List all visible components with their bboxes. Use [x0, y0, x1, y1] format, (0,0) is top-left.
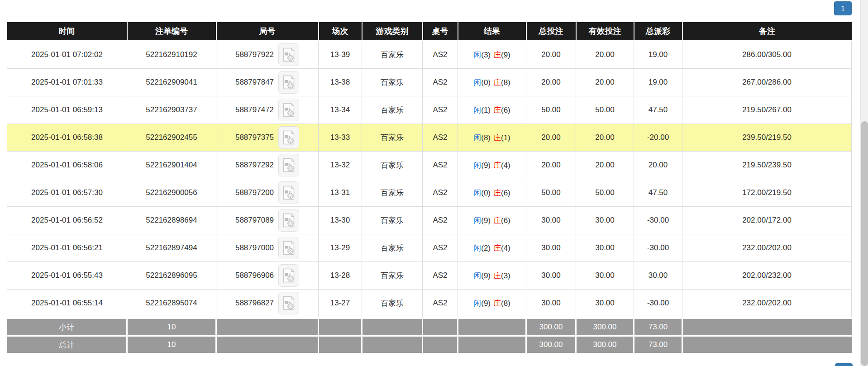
video-replay-button[interactable] — [278, 264, 299, 287]
result-banker-label: 庄 — [493, 78, 501, 87]
cell-game-type: 百家乐 — [362, 69, 423, 96]
cell-table-number: AS2 — [423, 290, 458, 318]
summary-empty-cell — [682, 336, 852, 354]
cell-table-number: AS2 — [423, 96, 458, 124]
scrollbar-thumb[interactable] — [861, 121, 868, 366]
cell-total-bet[interactable]: 30.00 — [526, 262, 576, 290]
table-row: 2025-01-01 06:55:43522162896095588796906… — [7, 262, 852, 290]
cell-table-number: AS2 — [423, 262, 458, 290]
result-banker-label: 庄 — [493, 244, 501, 252]
summary-empty-cell — [682, 318, 852, 336]
video-replay-button[interactable] — [278, 99, 299, 121]
cell-table-number: AS2 — [423, 41, 458, 69]
cell-time: 2025-01-01 07:02:02 — [7, 41, 127, 69]
summary-valid-bet: 300.00 — [576, 318, 634, 336]
result-player-label: 闲 — [473, 133, 481, 142]
result-player-label: 闲 — [473, 189, 481, 197]
result-player-score: (0) — [481, 78, 491, 87]
result-banker-score: (6) — [501, 106, 510, 114]
table-row: 2025-01-01 06:55:14522162895074588796827… — [7, 290, 852, 318]
result-banker-label: 庄 — [493, 161, 501, 170]
cell-round-number: 588797375 — [216, 124, 319, 152]
cell-remark: 267.00/286.00 — [682, 69, 852, 96]
cell-total-bet[interactable]: 20.00 — [526, 124, 576, 152]
result-player-label: 闲 — [473, 299, 481, 308]
cell-total-bet[interactable]: 50.00 — [526, 96, 576, 124]
cell-remark: 232.00/202.00 — [682, 234, 852, 262]
cell-session: 13-30 — [319, 207, 362, 234]
cell-total-bet[interactable]: 30.00 — [526, 290, 576, 318]
cell-total-bet[interactable]: 30.00 — [526, 207, 576, 234]
result-player-label: 闲 — [473, 78, 481, 87]
cell-time: 2025-01-01 06:58:06 — [7, 152, 127, 179]
summary-empty-cell — [319, 318, 362, 336]
video-replay-button[interactable] — [278, 154, 299, 176]
column-header-result: 结果 — [458, 22, 526, 41]
cell-total-bet[interactable]: 20.00 — [526, 41, 576, 69]
cell-total-bet[interactable]: 20.00 — [526, 69, 576, 96]
scrollbar-track[interactable] — [860, 0, 868, 366]
result-banker-score: (8) — [501, 78, 510, 87]
round-number: 588797922 — [235, 50, 274, 59]
cell-total-payout: -20.00 — [634, 124, 682, 152]
cell-total-bet[interactable]: 20.00 — [526, 152, 576, 179]
result-banker-label: 庄 — [493, 189, 501, 197]
cell-total-payout: 30.00 — [634, 262, 682, 290]
cell-remark: 232.00/202.00 — [682, 290, 852, 318]
round-number-group: 588797089 — [235, 209, 299, 232]
summary-empty-cell — [216, 318, 319, 336]
cell-round-number: 588797000 — [216, 234, 319, 262]
round-number-group: 588797375 — [235, 126, 299, 149]
round-number: 588796906 — [235, 271, 274, 280]
summary-empty-cell — [362, 318, 423, 336]
table-row: 2025-01-01 06:58:38522162902455588797375… — [7, 124, 852, 152]
video-replay-button[interactable] — [278, 237, 299, 259]
video-replay-button[interactable] — [278, 43, 299, 66]
cell-game-type: 百家乐 — [362, 152, 423, 179]
table-body: 2025-01-01 07:02:02522162910192588797922… — [7, 41, 852, 318]
cell-total-payout: -30.00 — [634, 290, 682, 318]
result-banker-score: (4) — [501, 244, 510, 252]
cell-result: 闲(3)庄(9) — [458, 41, 526, 69]
cell-result: 闲(8)庄(1) — [458, 124, 526, 152]
round-number-group: 588797472 — [235, 99, 299, 121]
cell-total-payout: -30.00 — [634, 234, 682, 262]
cell-time: 2025-01-01 07:01:33 — [7, 69, 127, 96]
cell-bet-number: 522162900056 — [127, 179, 216, 207]
video-replay-button[interactable] — [278, 181, 299, 204]
result-player-score: (8) — [481, 133, 491, 142]
cell-bet-number: 522162903737 — [127, 96, 216, 124]
video-replay-button[interactable] — [278, 292, 299, 314]
cell-total-bet[interactable]: 50.00 — [526, 179, 576, 207]
result-banker-score: (9) — [501, 51, 510, 59]
cell-session: 13-33 — [319, 124, 362, 152]
round-number-group: 588797292 — [235, 154, 299, 176]
summary-row: 小计10300.00300.0073.00 — [7, 318, 852, 336]
bet-records-table: 时间注单编号局号场次游戏类别桌号结果总投注有效投注总派彩备注 2025-01-0… — [7, 22, 852, 354]
video-replay-button[interactable] — [278, 71, 299, 94]
cell-game-type: 百家乐 — [362, 290, 423, 318]
video-icon — [282, 185, 295, 200]
summary-label: 总计 — [7, 336, 127, 354]
cell-total-bet[interactable]: 30.00 — [526, 234, 576, 262]
video-replay-button[interactable] — [278, 209, 299, 232]
video-icon — [282, 130, 295, 145]
cell-bet-number: 522162909041 — [127, 69, 216, 96]
cell-time: 2025-01-01 06:57:30 — [7, 179, 127, 207]
cell-game-type: 百家乐 — [362, 207, 423, 234]
cell-session: 13-28 — [319, 262, 362, 290]
video-icon — [282, 75, 295, 90]
result-banker-score: (6) — [501, 189, 510, 197]
column-header-table-number: 桌号 — [423, 22, 458, 41]
cell-time: 2025-01-01 06:59:13 — [7, 96, 127, 124]
cell-valid-bet: 30.00 — [576, 290, 634, 318]
cell-valid-bet: 30.00 — [576, 207, 634, 234]
video-replay-button[interactable] — [278, 126, 299, 149]
cell-bet-number: 522162895074 — [127, 290, 216, 318]
cell-table-number: AS2 — [423, 207, 458, 234]
pagination-page-1-bottom[interactable]: 1 — [835, 363, 853, 366]
result-player-score: (9) — [481, 161, 491, 170]
cell-time: 2025-01-01 06:56:21 — [7, 234, 127, 262]
pagination-page-1-top[interactable]: 1 — [834, 1, 852, 15]
round-number: 588797375 — [235, 133, 274, 142]
